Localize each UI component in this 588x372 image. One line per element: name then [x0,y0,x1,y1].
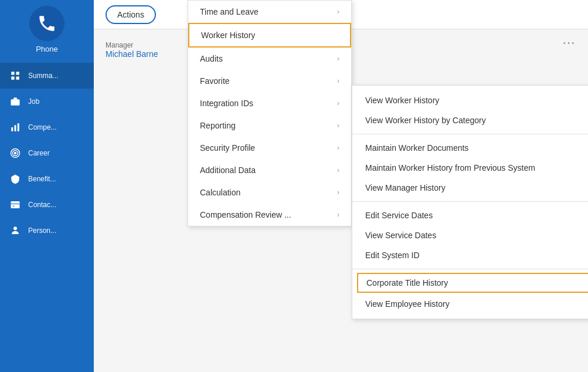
phone-icon [37,13,57,33]
menu-item-maintain-worker-history-prev[interactable]: Maintain Worker History from Previous Sy… [352,158,588,178]
chevron-right-icon-integration: › [337,99,339,107]
svg-rect-4 [11,99,20,106]
sidebar: Phone Summa... Job Compe... [0,0,94,372]
sidebar-item-summary[interactable]: Summa... [0,63,94,89]
main-area: Actions Manager Michael Barne ⋯ Time and… [94,0,588,372]
dropdown-level2: View Worker History View Worker History … [352,85,588,319]
svg-point-14 [13,226,17,230]
manager-cell: Manager Michael Barne [106,41,158,59]
sidebar-nav: Summa... Job Compe... Career [0,63,94,244]
person-icon [8,224,22,238]
svg-rect-11 [11,201,20,208]
sidebar-item-label-compensation: Compe... [28,123,57,131]
separator-1 [352,134,588,134]
svg-rect-6 [15,125,16,131]
menu-item-integration-ids[interactable]: Integration IDs › [188,92,351,114]
sidebar-item-personal[interactable]: Person... [0,218,94,244]
svg-rect-7 [18,123,19,131]
menu-item-worker-history[interactable]: Worker History [188,23,351,48]
sidebar-item-label-personal: Person... [28,226,56,235]
target-icon [8,146,22,160]
menu-item-view-service-dates[interactable]: View Service Dates [352,225,588,245]
sidebar-item-label-benefits: Benefit... [28,175,56,183]
chevron-right-icon: › [337,8,339,16]
menu-item-time-leave[interactable]: Time and Leave › [188,1,351,23]
sidebar-item-label-summary: Summa... [28,72,58,80]
menu-item-favorite[interactable]: Favorite › [188,70,351,92]
sidebar-item-contact[interactable]: Contac... [0,192,94,218]
chevron-right-icon-additional: › [337,166,339,174]
manager-label: Manager [106,41,158,49]
svg-rect-5 [11,127,13,131]
sidebar-item-label-contact: Contac... [28,201,56,209]
manager-value: Michael Barne [106,49,158,59]
menu-item-edit-service-dates[interactable]: Edit Service Dates [352,205,588,225]
app-container: Phone Summa... Job Compe... [0,0,588,372]
menu-item-reporting[interactable]: Reporting › [188,114,351,137]
menu-item-view-worker-history-category[interactable]: View Worker History by Category [352,110,588,130]
shield-icon [8,172,22,186]
menu-item-view-worker-history[interactable]: View Worker History [352,90,588,110]
sidebar-item-label-job: Job [28,97,39,106]
menu-item-view-employee-history[interactable]: View Employee History [352,294,588,314]
chart-icon [8,120,22,134]
menu-item-compensation-review[interactable]: Compensation Review ... › [188,204,351,226]
separator-3 [352,269,588,269]
svg-rect-1 [16,72,19,75]
separator-2 [352,201,588,202]
menu-item-additional-data[interactable]: Additional Data › [188,159,351,181]
svg-point-10 [15,153,16,154]
chevron-right-icon-audits: › [337,55,339,63]
briefcase-icon [8,94,22,109]
sidebar-item-label-career: Career [28,149,50,157]
svg-rect-2 [11,77,14,80]
actions-button[interactable]: Actions [106,5,156,24]
sidebar-avatar-label: Phone [36,45,58,53]
sidebar-item-career[interactable]: Career [0,140,94,166]
chevron-right-icon-favorite: › [337,77,339,85]
dropdown-level1: Time and Leave › Worker History Audits ›… [188,0,352,226]
grid-icon [8,69,22,83]
sidebar-item-job[interactable]: Job [0,89,94,114]
avatar [29,6,64,41]
svg-rect-3 [16,77,19,80]
svg-rect-0 [11,72,14,75]
menu-item-audits[interactable]: Audits › [188,48,351,70]
menu-item-corporate-title-history[interactable]: Corporate Title History [357,273,588,293]
chevron-right-icon-calculation: › [337,188,339,197]
grid-dots-icon[interactable]: ⋯ [562,35,576,50]
menu-item-view-manager-history[interactable]: View Manager History [352,178,588,198]
sidebar-item-benefits[interactable]: Benefit... [0,166,94,192]
menu-item-edit-system-id[interactable]: Edit System ID [352,245,588,265]
chevron-right-icon-security: › [337,144,339,152]
sidebar-item-compensation[interactable]: Compe... [0,114,94,140]
menu-item-calculation[interactable]: Calculation › [188,181,351,204]
menu-item-security-profile[interactable]: Security Profile › [188,137,351,159]
menu-item-maintain-worker-documents[interactable]: Maintain Worker Documents [352,138,588,158]
chevron-right-icon-reporting: › [337,121,339,130]
chevron-right-icon-comp-review: › [337,211,339,219]
card-icon [8,198,22,212]
